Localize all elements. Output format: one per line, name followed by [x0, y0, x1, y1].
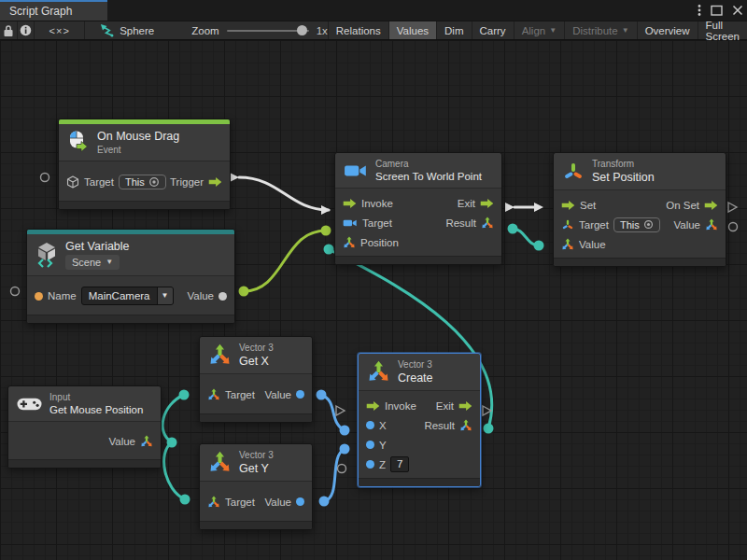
port-value-out[interactable]: Value: [264, 389, 304, 400]
hotspot-create-result-out[interactable]: [484, 424, 494, 434]
port-target[interactable]: Target: [207, 388, 255, 401]
port-target[interactable]: Target: [207, 496, 255, 509]
hotspot-create-exit-out[interactable]: [483, 406, 491, 415]
port-value-in[interactable]: Value: [561, 238, 606, 251]
port-name[interactable]: Name MainCamera ▼: [35, 287, 174, 305]
port-z[interactable]: Z 7: [366, 456, 409, 472]
target-this-chip[interactable]: This: [119, 175, 166, 189]
port-value-out[interactable]: Value: [108, 435, 153, 448]
hotspot-event-target-in[interactable]: [41, 174, 49, 182]
hotspot-transform-value-in[interactable]: [534, 241, 544, 251]
relations-button[interactable]: Relations: [328, 21, 388, 39]
variable-scope-dropdown[interactable]: Scene ▼: [65, 255, 120, 270]
graph-canvas[interactable]: On Mouse Drag Event Target This T: [0, 40, 747, 560]
port-camera-target[interactable]: Target: [343, 217, 392, 229]
node-get-y[interactable]: Vector 3 Get Y Target Value: [199, 443, 313, 530]
wire-mouse-to-gety[interactable]: [164, 442, 185, 499]
port-position[interactable]: Position: [343, 236, 399, 249]
values-button[interactable]: Values: [388, 21, 436, 39]
hotspot-camera-result-out[interactable]: [508, 224, 518, 234]
close-icon[interactable]: [732, 5, 743, 16]
info-icon: [20, 24, 32, 36]
hotspot-exit-out[interactable]: [505, 203, 514, 212]
float-port-icon: [366, 460, 374, 469]
node-vector3-create[interactable]: Vector 3 Create Invoke Exit: [358, 353, 481, 487]
string-port-icon: [35, 292, 43, 301]
wire-variable-to-target[interactable]: [244, 231, 326, 291]
node-set-position[interactable]: Transform Set Position Set On Set: [553, 152, 726, 267]
port-value-out[interactable]: Value: [673, 218, 718, 231]
wire-gety-to-y[interactable]: [324, 449, 345, 501]
hotspot-create-invoke-in[interactable]: [336, 406, 345, 415]
maximize-icon[interactable]: [711, 5, 723, 16]
node-footer: [200, 413, 312, 422]
hotspot-trigger-out[interactable]: [230, 173, 239, 182]
zoom-slider[interactable]: [227, 30, 309, 32]
hotspot-camera-target-in[interactable]: [321, 226, 331, 236]
hotspot-gety-value-out[interactable]: [319, 497, 330, 507]
vector3-port-icon: [207, 388, 220, 401]
graph-toolbar: <×> Sphere Zoom 1x Relations Values Dim …: [0, 21, 747, 40]
hotspot-transform-value-out[interactable]: [729, 223, 738, 231]
kebab-menu-icon[interactable]: [698, 4, 701, 17]
port-invoke[interactable]: Invoke: [366, 400, 416, 412]
graph-breadcrumb[interactable]: Sphere: [85, 21, 167, 39]
port-invoke[interactable]: Invoke: [343, 198, 393, 209]
graph-icon: [100, 23, 114, 37]
node-get-mouse-position[interactable]: Input Get Mouse Position Value: [7, 385, 162, 469]
inspector-button[interactable]: [18, 21, 35, 39]
node-title: On Mouse Drag: [97, 130, 179, 143]
align-dropdown[interactable]: Align▼: [514, 21, 565, 39]
hotspot-variable-value-out[interactable]: [239, 287, 249, 297]
node-screen-to-world-point[interactable]: Camera Screen To World Point Invoke Exit: [334, 152, 502, 265]
port-x[interactable]: X: [366, 420, 387, 431]
port-value-out[interactable]: Value: [264, 497, 304, 508]
hotspot-onset-out[interactable]: [728, 203, 737, 212]
camera-port-icon: [343, 217, 358, 229]
hotspot-camera-position-in[interactable]: [324, 245, 334, 255]
hotspot-invoke-in[interactable]: [321, 205, 331, 215]
wire-trigger-to-invoke[interactable]: [239, 177, 329, 210]
port-exit[interactable]: Exit: [436, 400, 472, 412]
port-trigger[interactable]: Trigger: [170, 176, 222, 188]
target-this-chip[interactable]: This: [613, 217, 660, 232]
code-view-button[interactable]: <×>: [35, 21, 85, 39]
object-port-icon: [218, 292, 227, 301]
variable-name-dropdown[interactable]: MainCamera ▼: [81, 287, 174, 305]
hotspot-mouse-value-out[interactable]: [167, 438, 177, 448]
carry-button[interactable]: Carry: [472, 21, 514, 39]
node-on-mouse-drag[interactable]: On Mouse Drag Event Target This T: [58, 119, 231, 210]
lock-icon: [3, 24, 14, 37]
port-transform-target[interactable]: Target This: [561, 217, 660, 232]
hotspot-getx-target-in[interactable]: [179, 390, 190, 400]
hotspot-create-x-in[interactable]: [340, 426, 350, 436]
node-get-x[interactable]: Vector 3 Get X Target Value: [199, 336, 313, 423]
hotspot-gety-target-in[interactable]: [180, 495, 190, 505]
z-value-input[interactable]: 7: [390, 456, 409, 472]
code-icon: <×>: [49, 25, 70, 36]
lock-button[interactable]: [0, 21, 18, 39]
port-target[interactable]: Target This: [66, 175, 166, 189]
port-set[interactable]: Set: [561, 200, 596, 211]
overview-button[interactable]: Overview: [637, 21, 698, 39]
dim-button[interactable]: Dim: [436, 21, 471, 39]
node-category: Vector 3: [239, 450, 274, 460]
port-exit[interactable]: Exit: [458, 198, 494, 209]
node-get-variable[interactable]: Get Variable Scene ▼ Name MainCamera ▼: [26, 229, 235, 324]
hotspot-set-in[interactable]: [534, 203, 543, 212]
control-arrow-icon: [458, 400, 472, 412]
port-result[interactable]: Result: [445, 217, 494, 230]
hotspot-create-y-in[interactable]: [340, 444, 350, 455]
port-y[interactable]: Y: [366, 440, 387, 451]
port-value-out[interactable]: Value: [187, 290, 227, 301]
hotspot-getx-value-out[interactable]: [317, 390, 327, 400]
distribute-dropdown[interactable]: Distribute▼: [564, 21, 637, 39]
wire-mouse-to-getx[interactable]: [162, 395, 184, 442]
fullscreen-button[interactable]: Full Screen: [698, 21, 747, 39]
hotspot-variable-name-in[interactable]: [11, 287, 20, 296]
port-result[interactable]: Result: [424, 419, 472, 432]
port-on-set[interactable]: On Set: [666, 200, 718, 211]
zoom-slider-handle[interactable]: [297, 25, 307, 35]
hotspot-create-z-in[interactable]: [338, 465, 346, 473]
tab-script-graph[interactable]: Script Graph: [0, 0, 107, 21]
